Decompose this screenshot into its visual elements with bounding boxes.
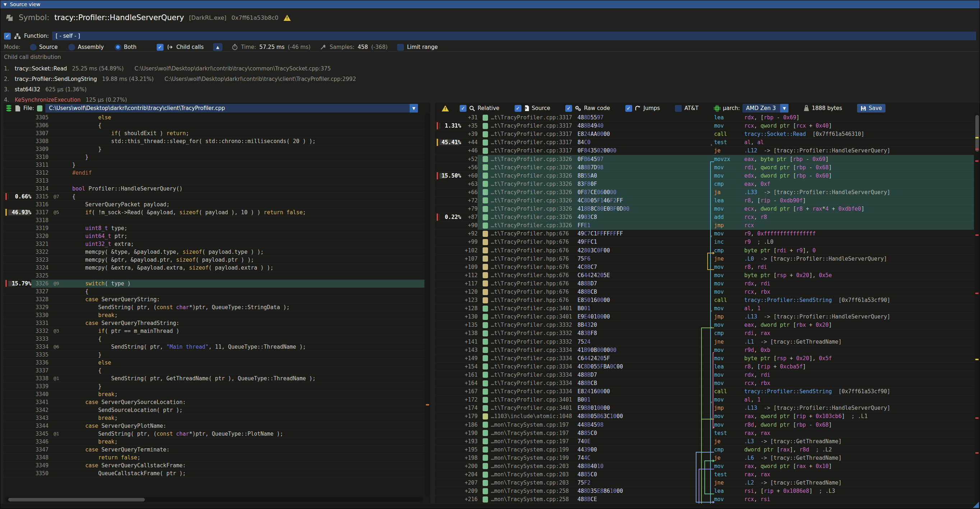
- line-number[interactable]: 3307: [31, 130, 49, 137]
- source-line[interactable]: 3335 }: [3, 351, 425, 359]
- source-checkbox[interactable]: [515, 105, 522, 112]
- source-location[interactable]: …mon\TracySystem.cpp:197: [491, 430, 575, 436]
- child-calls-checkbox[interactable]: [157, 44, 164, 51]
- assembly-row[interactable]: +66…t\TracyProfiler.cpp:33260F87CE060000…: [435, 188, 974, 197]
- source-line[interactable]: 3331 case ServerQueryThreadString:: [3, 319, 425, 327]
- source-line[interactable]: 3323 memcpy( &ptr, &payload.ptr, sizeof(…: [3, 256, 425, 264]
- source-location[interactable]: …t\TracyProfiler.hpp:676: [491, 289, 575, 295]
- line-number[interactable]: 3342: [31, 407, 49, 414]
- assembly-row[interactable]: +154…t\TracyProfiler.cpp:33344C8D055FBA0…: [435, 363, 974, 371]
- assembly-row[interactable]: +31…t\TracyProfiler.cpp:3317488D5597lear…: [435, 114, 974, 122]
- assembly-row[interactable]: +190…mon\TracySystem.cpp:1974885C0testra…: [435, 429, 974, 437]
- source-location[interactable]: …t\TracyProfiler.cpp:3317: [491, 122, 575, 129]
- assembly-row[interactable]: +161…t\TracyProfiler.cpp:3334488BD7movrd…: [435, 371, 974, 379]
- line-number[interactable]: 3340: [31, 391, 49, 398]
- source-line[interactable]: 15.79%3326@9 switch( type ): [3, 280, 425, 288]
- source-location[interactable]: …mon\TracySystem.cpp:197: [491, 422, 575, 428]
- source-location[interactable]: …mon\TracySystem.cpp:203: [491, 463, 575, 469]
- source-line[interactable]: 3320 uint64_t ptr;: [3, 232, 425, 240]
- source-line[interactable]: 0.66%3315@7{: [3, 192, 425, 200]
- source-location[interactable]: …t\TracyProfiler.cpp:3334: [491, 380, 575, 387]
- source-line[interactable]: 46.93%3317@5 if( !m_sock->Read( &payload…: [3, 208, 425, 216]
- assembly-row[interactable]: 45.41%+44…t\TracyProfiler.cpp:331784C0te…: [435, 138, 974, 147]
- source-line[interactable]: 3311}: [3, 161, 425, 169]
- assembly-row[interactable]: 0.22%+87…t\TracyProfiler.cpp:33264903C8a…: [435, 213, 974, 221]
- line-number[interactable]: 3318: [31, 217, 49, 224]
- assembly-row[interactable]: +72…t\TracyProfiler.cpp:33264C8D05F146F2…: [435, 197, 974, 205]
- assembly-vertical-scrollbar[interactable]: [975, 114, 979, 503]
- line-number[interactable]: 3306: [31, 122, 49, 129]
- line-number[interactable]: 3322: [31, 249, 49, 255]
- assembly-row[interactable]: +172…t\TracyProfiler.cpp:3401B001moval, …: [435, 396, 974, 404]
- source-location[interactable]: …t\TracyProfiler.cpp:3326: [491, 222, 575, 229]
- assembly-row[interactable]: +204…mon\TracySystem.cpp:2034885C0testra…: [435, 471, 974, 479]
- assembly-row[interactable]: 1.31%+35…t\TracyProfiler.cpp:3317488B494…: [435, 122, 974, 130]
- assembly-row[interactable]: +99…t\TracyProfiler.hpp:67649FFC1incr9 ;…: [435, 238, 974, 246]
- line-number[interactable]: 3310: [31, 154, 49, 160]
- propagate-up-button[interactable]: ▲: [213, 43, 223, 51]
- child-call-row[interactable]: 3.stat64i32625 µs (1.36%): [4, 85, 87, 94]
- line-number[interactable]: 3346: [31, 439, 49, 445]
- child-call-row[interactable]: 2.tracy::Profiler::SendLongString19.88 m…: [4, 75, 356, 84]
- source-location[interactable]: …mon\TracySystem.cpp:199: [491, 455, 575, 461]
- source-line[interactable]: 3319 uint8_t type;: [3, 224, 425, 232]
- line-number[interactable]: 3330: [31, 312, 49, 318]
- assembly-row[interactable]: 15.50%+60…t\TracyProfiler.cpp:33268B55A0…: [435, 172, 974, 180]
- assembly-row[interactable]: +195…mon\TracySystem.cpp:199443900cmpdwo…: [435, 446, 974, 454]
- radio-icon[interactable]: [115, 44, 121, 51]
- mode-radio-assembly[interactable]: Assembly: [68, 44, 103, 51]
- assembly-row[interactable]: +109…t\TracyProfiler.hpp:6764C8BC7movr8,…: [435, 263, 974, 271]
- source-line[interactable]: 3307 if( shouldExit ) return;: [3, 129, 425, 137]
- chevron-down-icon[interactable]: ▼: [780, 104, 789, 113]
- assembly-row[interactable]: +135…t\TracyProfiler.cpp:33328B4320movea…: [435, 321, 974, 329]
- source-line[interactable]: 3338@1 SendString( ptr, GetThreadName( p…: [3, 375, 425, 382]
- line-number[interactable]: 3305: [31, 114, 49, 121]
- source-line[interactable]: 3343 break;: [3, 414, 425, 422]
- assembly-row[interactable]: +39…t\TracyProfiler.cpp:3317E824AA0000ca…: [435, 130, 974, 138]
- source-location[interactable]: …t\TracyProfiler.cpp:3334: [491, 355, 575, 362]
- child-call-name[interactable]: tracy::Socket::Read: [15, 65, 67, 72]
- source-line[interactable]: 3313: [3, 177, 425, 185]
- source-line[interactable]: 3348 return false;: [3, 453, 425, 461]
- line-number[interactable]: 3315: [31, 193, 49, 200]
- source-location[interactable]: …t\TracyProfiler.cpp:3334: [491, 372, 575, 378]
- source-line[interactable]: 3310 }: [3, 153, 425, 161]
- assembly-row[interactable]: +193…mon\TracySystem.cpp:197740Eje.L3 ->…: [435, 437, 974, 446]
- line-number[interactable]: 3321: [31, 241, 49, 247]
- source-location[interactable]: …1103\include\atomic:1048: [491, 413, 575, 420]
- source-location[interactable]: …t\TracyProfiler.cpp:3401: [491, 396, 575, 403]
- assembly-row[interactable]: +149…t\TracyProfiler.cpp:3334C64424205Fm…: [435, 355, 974, 363]
- window-titlebar[interactable]: ▼ Source view: [0, 0, 980, 8]
- line-number[interactable]: 3344: [31, 423, 49, 429]
- source-line[interactable]: 3342 SendSourceLocation( ptr );: [3, 406, 425, 414]
- source-location[interactable]: …mon\TracySystem.cpp:258: [491, 496, 575, 503]
- source-line[interactable]: 3332@3 if( ptr == m_mainThread ): [3, 327, 425, 335]
- assembly-row[interactable]: +179…1103\include\atomic:1048488B05B63C1…: [435, 412, 974, 421]
- line-number[interactable]: 3343: [31, 415, 49, 421]
- source-line[interactable]: 3329 SendString( ptr, (const char*)ptr, …: [3, 304, 425, 311]
- source-line[interactable]: 3341 case ServerQuerySourceLocation:: [3, 398, 425, 406]
- source-line[interactable]: 3330 break;: [3, 311, 425, 319]
- assembly-row[interactable]: +52…t\TracyProfiler.cpp:33260FB64597movz…: [435, 155, 974, 163]
- source-location[interactable]: …t\TracyProfiler.cpp:3332: [491, 322, 575, 328]
- source-line[interactable]: 3327 {: [3, 288, 425, 296]
- chevron-down-icon[interactable]: ▼: [410, 104, 418, 113]
- source-line[interactable]: 3308 std::this_thread::sleep_for( std::c…: [3, 137, 425, 145]
- line-number[interactable]: 3333: [31, 336, 49, 342]
- source-location[interactable]: …mon\TracySystem.cpp:203: [491, 480, 575, 486]
- source-location[interactable]: …t\TracyProfiler.cpp:3334: [491, 388, 575, 395]
- source-location[interactable]: …t\TracyProfiler.cpp:3317: [491, 139, 575, 146]
- line-number[interactable]: 3324: [31, 264, 49, 271]
- mode-radio-both[interactable]: Both: [115, 44, 137, 51]
- line-number[interactable]: 3337: [31, 367, 49, 374]
- assembly-row[interactable]: +107…t\TracyProfiler.hpp:67675F6jne.L0 -…: [435, 255, 974, 263]
- source-location[interactable]: …t\TracyProfiler.hpp:676: [491, 280, 575, 287]
- uarch-combo[interactable]: AMD Zen 3 ▼: [743, 104, 789, 113]
- line-number[interactable]: 3312: [31, 170, 49, 176]
- source-line[interactable]: 3346 break;: [3, 438, 425, 446]
- source-location[interactable]: …t\TracyProfiler.hpp:676: [491, 231, 575, 237]
- relative-checkbox[interactable]: [460, 105, 466, 112]
- line-number[interactable]: 3345: [31, 431, 49, 437]
- source-line[interactable]: 3350 QueueCallstackFrame( ptr );: [3, 469, 425, 477]
- assembly-row[interactable]: +112…t\TracyProfiler.hpp:676C64424205Emo…: [435, 271, 974, 280]
